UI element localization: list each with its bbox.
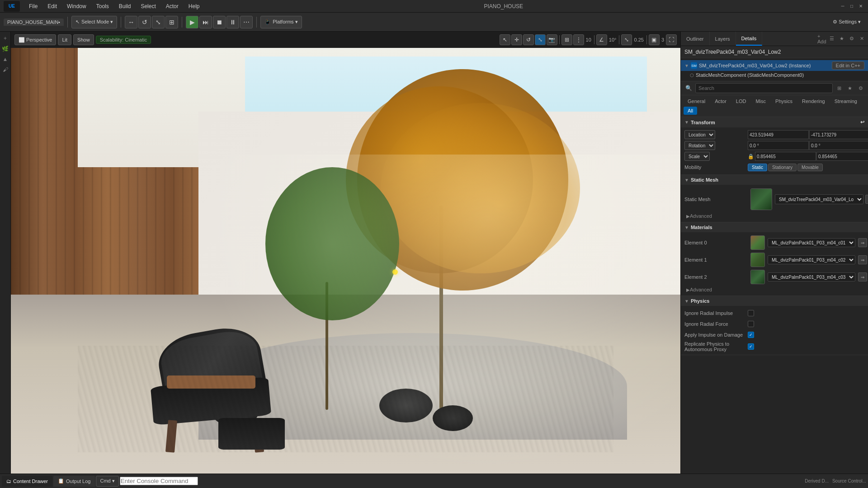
- materials-header[interactable]: ▼ Materials: [681, 222, 868, 232]
- cmd-button[interactable]: Cmd ▾: [96, 476, 118, 487]
- grid-icon[interactable]: ⊞: [561, 34, 572, 45]
- scalability-badge[interactable]: Scalability: Cinematic: [96, 36, 151, 44]
- material-2-dropdown[interactable]: ML_dvizPalmPack01_P03_m04_c03: [768, 272, 855, 282]
- details-search-input[interactable]: [695, 83, 833, 93]
- scale-lock-icon[interactable]: 🔒: [748, 154, 754, 160]
- scale-icon[interactable]: ⤡: [621, 34, 632, 45]
- transform-widget-button[interactable]: ⊞: [165, 16, 178, 28]
- transform-reset-icon[interactable]: ↩: [860, 119, 864, 125]
- cat-physics[interactable]: Physics: [771, 97, 797, 105]
- pause-button[interactable]: ⏸: [226, 16, 239, 28]
- file-tab[interactable]: PIANO_HOUSE_MAIN•: [4, 19, 64, 26]
- output-log-tab[interactable]: 📋 Output Log: [53, 476, 95, 487]
- maximize-button[interactable]: □: [848, 3, 855, 10]
- place-actors-icon[interactable]: +: [0, 33, 10, 43]
- foliage-icon[interactable]: 🌿: [0, 44, 10, 54]
- cat-lod[interactable]: LOD: [732, 97, 750, 105]
- translate-button[interactable]: ↔: [125, 16, 137, 28]
- content-drawer-tab[interactable]: 🗂 Content Drawer: [2, 476, 52, 487]
- table-view-icon[interactable]: ⊞: [835, 84, 844, 93]
- cat-all[interactable]: All: [684, 107, 697, 115]
- menu-item-file[interactable]: File: [24, 2, 42, 10]
- camera-icon[interactable]: 📷: [547, 34, 557, 45]
- simulate-button[interactable]: ⏭: [199, 16, 212, 28]
- ignore-radial-impulse-checkbox[interactable]: [748, 310, 754, 316]
- menu-item-build[interactable]: Build: [114, 2, 136, 10]
- material-0-dropdown[interactable]: ML_dvizPalmPack01_P03_m04_c01: [768, 238, 855, 247]
- movable-button[interactable]: Movable: [797, 164, 823, 171]
- lit-button[interactable]: Lit: [58, 34, 71, 45]
- menu-item-edit[interactable]: Edit: [43, 2, 61, 10]
- maximize-viewport-icon[interactable]: ⛶: [666, 34, 677, 45]
- rotate-tool-icon[interactable]: ↺: [523, 34, 534, 45]
- settings-button[interactable]: ⚙ Settings ▾: [829, 17, 864, 27]
- mesh-browse-icon[interactable]: ⇒: [865, 195, 868, 204]
- tree-root-item[interactable]: ▼ SM SM_dvizTreePack04_m03_Var04_Low2 (I…: [681, 60, 868, 71]
- select-mode-button[interactable]: ↖ Select Mode ▾: [71, 16, 117, 28]
- star-icon[interactable]: ★: [845, 84, 854, 93]
- materials-advanced-row[interactable]: ▶ Advanced: [681, 286, 868, 294]
- edit-cpp-button[interactable]: Edit in C++: [832, 61, 864, 70]
- location-x-input[interactable]: [748, 130, 809, 139]
- cat-general[interactable]: General: [684, 97, 709, 105]
- location-dropdown[interactable]: Location: [684, 130, 715, 139]
- cat-misc[interactable]: Misc: [751, 97, 770, 105]
- select-tool-icon[interactable]: ↖: [500, 34, 510, 45]
- mesh-name-dropdown[interactable]: SM_dvizTreePack04_m03_Var04_Lo: [775, 194, 863, 204]
- panel-add-button[interactable]: + Add: [817, 34, 826, 43]
- cat-rendering[interactable]: Rendering: [798, 97, 829, 105]
- scale-dropdown[interactable]: Scale: [684, 152, 710, 161]
- apply-impulse-checkbox[interactable]: [748, 332, 754, 338]
- cat-streaming[interactable]: Streaming: [830, 97, 861, 105]
- rotate-button[interactable]: ↺: [138, 16, 151, 28]
- material-1-browse[interactable]: ⇒: [858, 255, 867, 264]
- scale-tool-icon[interactable]: ⤡: [535, 34, 546, 45]
- landscape-icon[interactable]: ▲: [0, 54, 10, 64]
- close-button[interactable]: ✕: [857, 3, 864, 10]
- gear-icon[interactable]: ⚙: [856, 84, 865, 93]
- console-command-input[interactable]: [120, 477, 198, 485]
- viewport[interactable]: ⬜ Perspective Lit Show Scalability: Cine…: [11, 32, 680, 474]
- scale-x-input[interactable]: [755, 152, 816, 161]
- mesh-paint-icon[interactable]: 🖌: [0, 65, 10, 75]
- panel-list-icon[interactable]: ☰: [827, 34, 836, 43]
- menu-item-select[interactable]: Select: [136, 2, 160, 10]
- stop-button[interactable]: ⏹: [213, 16, 226, 28]
- menu-item-actor[interactable]: Actor: [161, 2, 183, 10]
- static-button[interactable]: Static: [748, 164, 767, 171]
- platforms-button[interactable]: 📱 Platforms ▾: [260, 16, 302, 28]
- tree-child-item[interactable]: ⬡ StaticMeshComponent (StaticMeshCompone…: [681, 71, 868, 79]
- ignore-radial-force-checkbox[interactable]: [748, 321, 754, 327]
- panel-close-icon[interactable]: ✕: [857, 34, 866, 43]
- cat-actor[interactable]: Actor: [711, 97, 731, 105]
- menu-item-tools[interactable]: Tools: [92, 2, 113, 10]
- screen-count-icon[interactable]: ▣: [649, 34, 660, 45]
- source-control-label[interactable]: Source Control...: [832, 479, 866, 483]
- physics-header[interactable]: ▼ Physics: [681, 296, 868, 306]
- show-button[interactable]: Show: [73, 34, 94, 45]
- transform-section-header[interactable]: ▼ Transform ↩: [681, 117, 868, 127]
- location-y-input[interactable]: [809, 130, 868, 139]
- search-icon[interactable]: 🔍: [684, 83, 693, 93]
- perspective-button[interactable]: ⬜ Perspective: [14, 34, 56, 45]
- more-options-button[interactable]: ⋯: [240, 16, 253, 28]
- play-button[interactable]: ▶: [186, 16, 198, 28]
- material-0-browse[interactable]: ⇒: [858, 238, 867, 247]
- grid-size-icon[interactable]: ⋮: [573, 34, 584, 45]
- static-mesh-header[interactable]: ▼ Static Mesh: [681, 175, 868, 185]
- menu-item-window[interactable]: Window: [62, 2, 91, 10]
- material-2-browse[interactable]: ⇒: [858, 272, 867, 282]
- translate-tool-icon[interactable]: ✛: [511, 34, 522, 45]
- material-1-dropdown[interactable]: ML_dvizPalmPack01_P03_m04_c02: [768, 255, 855, 264]
- static-mesh-advanced-row[interactable]: ▶ Advanced: [681, 212, 868, 220]
- panel-filter-icon[interactable]: ★: [837, 34, 846, 43]
- scale-y-input[interactable]: [816, 152, 868, 161]
- minimize-button[interactable]: ─: [839, 3, 846, 10]
- rotation-dropdown[interactable]: Rotation: [684, 141, 715, 150]
- stationary-button[interactable]: Stationary: [768, 164, 797, 171]
- rotation-x-input[interactable]: [748, 141, 809, 150]
- outliner-tab[interactable]: Outliner: [681, 32, 710, 46]
- menu-item-help[interactable]: Help: [184, 2, 204, 10]
- angle-icon[interactable]: ∠: [596, 34, 607, 45]
- scale-button[interactable]: ⤡: [152, 16, 165, 28]
